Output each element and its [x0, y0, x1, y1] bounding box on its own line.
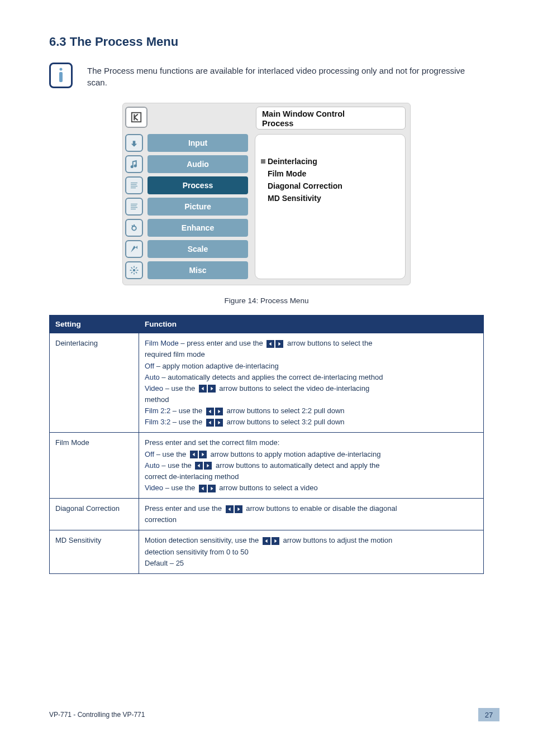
svg-line-14 [136, 267, 137, 269]
enhance-icon [125, 219, 143, 237]
arrow-left-right-icon [199, 485, 216, 492]
arrow-left-right-icon [206, 408, 223, 415]
osd-menu-label: Process [147, 176, 248, 194]
osd-panel-item: Diagonal Correction [261, 181, 398, 190]
osd-panel-heading: Deinterlacing [268, 157, 317, 166]
footer-text: VP-771 - Controlling the VP-771 [49, 711, 145, 719]
intro-paragraph: The Process menu functions are available… [87, 63, 484, 88]
osd-menu-label: Scale [147, 240, 248, 258]
svg-point-0 [60, 68, 63, 71]
function-table: Setting Function DeinterlacingFilm Mode … [49, 315, 484, 574]
osd-menu-label: Picture [147, 198, 248, 216]
svg-point-6 [133, 269, 136, 272]
arrow-left-right-icon [206, 419, 223, 427]
osd-menu-item-misc[interactable]: Misc [125, 261, 248, 279]
arrow-left-right-icon [266, 340, 283, 348]
arrow-left-right-icon [195, 462, 212, 470]
osd-panel-item: MD Sensitivity [261, 194, 398, 203]
svg-line-13 [131, 272, 132, 273]
osd-menu: InputAudioProcessPictureEnhanceScaleMisc [125, 134, 248, 279]
kramer-logo-icon [125, 107, 147, 128]
table-row: MD SensitivityMotion detection sensitivi… [50, 530, 484, 573]
arrow-left-right-icon [226, 505, 242, 513]
osd-menu-item-enhance[interactable]: Enhance [125, 219, 248, 237]
svg-line-12 [136, 272, 137, 273]
process-icon [125, 176, 143, 194]
setting-cell: Film Mode [50, 433, 139, 499]
osd-menu-label: Audio [147, 155, 248, 173]
osd-menu-item-process[interactable]: Process [125, 176, 248, 194]
arrow-left-right-icon [199, 385, 216, 393]
misc-icon [125, 261, 143, 279]
function-cell: Motion detection sensitivity, use the ar… [139, 530, 484, 573]
scale-icon [125, 240, 143, 258]
svg-point-4 [135, 165, 136, 167]
setting-cell: Diagonal Correction [50, 499, 139, 530]
svg-rect-2 [132, 113, 141, 122]
osd-panel: Deinterlacing Film ModeDiagonal Correcti… [255, 134, 406, 279]
svg-point-5 [132, 226, 136, 231]
function-cell: Press enter and use the arrow buttons to… [139, 499, 484, 530]
table-row: Diagonal CorrectionPress enter and use t… [50, 499, 484, 530]
osd-menu-item-picture[interactable]: Picture [125, 198, 248, 216]
osd-title-line2: Process [262, 119, 399, 128]
svg-line-11 [131, 267, 132, 269]
osd-title: Main Window Control Process [256, 107, 406, 130]
bullet-icon [261, 159, 265, 164]
osd-menu-item-scale[interactable]: Scale [125, 240, 248, 258]
osd-menu-label: Input [147, 134, 248, 152]
section-heading: 6.3 The Process Menu [49, 35, 484, 49]
osd-menu-item-input[interactable]: Input [125, 134, 248, 152]
setting-cell: MD Sensitivity [50, 530, 139, 573]
osd-title-line1: Main Window Control [262, 109, 399, 119]
osd-menu-label: Misc [147, 261, 248, 279]
arrow-left-right-icon [190, 451, 207, 458]
page-number: 27 [478, 708, 499, 721]
table-row: DeinterlacingFilm Mode – press enter and… [50, 333, 484, 433]
osd-screenshot: Main Window Control Process InputAudioPr… [122, 103, 411, 285]
function-cell: Film Mode – press enter and use the arro… [139, 333, 484, 433]
svg-rect-1 [59, 72, 63, 82]
figure-caption: Figure 14: Process Menu [49, 296, 484, 305]
picture-icon [125, 198, 143, 216]
svg-point-3 [131, 166, 133, 168]
input-icon [125, 134, 143, 152]
function-cell: Press enter and set the correct film mod… [139, 433, 484, 499]
setting-cell: Deinterlacing [50, 333, 139, 433]
osd-menu-item-audio[interactable]: Audio [125, 155, 248, 173]
table-row: Film ModePress enter and set the correct… [50, 433, 484, 499]
osd-menu-label: Enhance [147, 219, 248, 237]
info-icon [49, 63, 73, 88]
arrow-left-right-icon [263, 537, 279, 545]
table-header-setting: Setting [50, 315, 139, 333]
table-header-function: Function [139, 315, 484, 333]
audio-icon [125, 155, 143, 173]
osd-panel-item: Film Mode [261, 169, 398, 178]
